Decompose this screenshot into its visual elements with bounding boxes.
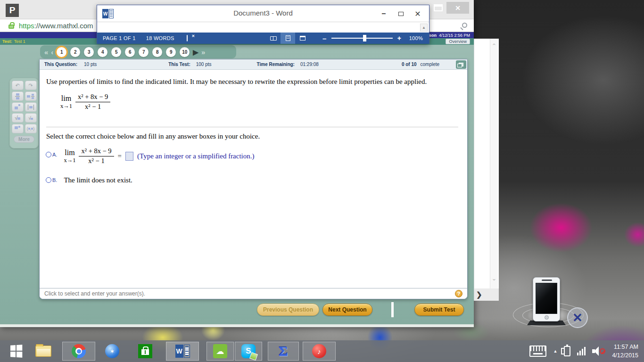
restore-window-icon[interactable] xyxy=(434,4,443,11)
next-question-arrow[interactable]: ▶ xyxy=(193,49,198,56)
choice-a-radio[interactable] xyxy=(46,152,51,157)
windows-store-icon[interactable] xyxy=(134,342,157,361)
word-taskbar-icon[interactable]: W xyxy=(166,342,199,361)
question-circle-1[interactable]: 1 xyxy=(57,47,66,57)
choice-a-hint: (Type an integer or a simplified fractio… xyxy=(137,152,254,160)
word-title-bar[interactable]: W Document3 - Word – ✕ xyxy=(97,5,429,22)
question-circle-9[interactable]: 9 xyxy=(166,47,176,57)
touch-keyboard-icon[interactable] xyxy=(529,346,546,357)
question-circle-10[interactable]: 10 xyxy=(180,47,190,57)
question-circle-2[interactable]: 2 xyxy=(70,47,80,57)
answer-prompt: Click to select and enter your answer(s)… xyxy=(44,290,145,297)
chrome-icon[interactable] xyxy=(62,342,95,361)
minimize-button[interactable]: – xyxy=(375,5,392,22)
progress-label: complete xyxy=(421,62,440,67)
previous-question-arrow[interactable]: ‹ xyxy=(51,49,53,56)
question-circle-7[interactable]: 7 xyxy=(139,47,149,57)
zoom-level[interactable]: 100% xyxy=(409,33,423,44)
question-circle-5[interactable]: 5 xyxy=(111,47,121,57)
word-window: W Document3 - Word – ✕ ▲ PAGE 1 OF 1 18 … xyxy=(97,5,429,44)
exponent-icon[interactable] xyxy=(12,102,24,112)
pearson-tab-icon[interactable]: P xyxy=(6,4,19,17)
last-question-arrow[interactable]: » xyxy=(201,49,205,56)
fraction-icon[interactable] xyxy=(12,91,24,101)
next-question-button[interactable]: Next Question xyxy=(322,304,372,316)
start-button[interactable] xyxy=(4,342,28,361)
question-circle-4[interactable]: 4 xyxy=(98,47,107,57)
browser-window: P https://www.mathxl.com ca Hinson 4/12/… xyxy=(0,0,474,327)
divider xyxy=(46,127,458,127)
phone-widget[interactable] xyxy=(509,273,603,335)
scroll-down-icon[interactable]: ⌄ xyxy=(490,275,498,282)
previous-question-button[interactable]: Previous Question xyxy=(257,304,319,316)
undo-icon[interactable]: ↶ xyxy=(12,81,24,90)
mixed-number-icon[interactable] xyxy=(25,91,37,101)
outer-close-button[interactable]: ✕ xyxy=(446,2,469,14)
question-info-bar: This Question: 10 pts This Test: 100 pts… xyxy=(40,59,467,70)
answer-footer[interactable]: Click to select and enter your answer(s)… xyxy=(40,288,467,299)
square-root-icon[interactable]: √ xyxy=(12,113,24,123)
url-text[interactable]: https://www.mathxl.com xyxy=(19,22,93,30)
battery-icon[interactable] xyxy=(564,346,570,356)
zoom-slider-thumb[interactable] xyxy=(363,35,366,41)
choice-b-radio[interactable] xyxy=(46,177,51,183)
web-layout-icon[interactable] xyxy=(295,33,310,44)
help-icon[interactable]: ? xyxy=(455,290,462,297)
widget-close-button[interactable]: ✕ xyxy=(567,307,588,328)
network-signal-icon[interactable] xyxy=(577,347,586,355)
tray-expand-icon[interactable]: ▲ xyxy=(553,349,557,354)
question-circle-8[interactable]: 8 xyxy=(152,47,162,57)
tray-time: 11:57 AM xyxy=(612,343,638,351)
search-icon[interactable] xyxy=(462,23,467,28)
answer-input-box[interactable] xyxy=(125,152,133,161)
expand-arrow-icon[interactable]: ❯ xyxy=(476,290,482,299)
choice-b-letter: B. xyxy=(52,177,57,183)
windows-logo-icon xyxy=(10,345,22,357)
progress-count: 0 of 10 xyxy=(402,62,417,67)
question-circle-3[interactable]: 3 xyxy=(84,47,94,57)
first-question-arrow[interactable]: « xyxy=(44,49,48,56)
word-document-strip: ▲ xyxy=(97,23,429,33)
phone-icon[interactable] xyxy=(533,277,560,321)
clock[interactable]: 11:57 AM 4/12/2015 xyxy=(612,343,638,360)
nth-root-icon[interactable]: √ xyxy=(25,113,37,123)
word-count[interactable]: 18 WORDS xyxy=(146,35,174,41)
overview-button[interactable]: Overview xyxy=(446,39,470,44)
this-test-label: This Test: xyxy=(168,62,190,67)
maximize-button[interactable] xyxy=(392,5,409,22)
popout-window-icon[interactable] xyxy=(456,60,466,69)
volume-muted-icon[interactable] xyxy=(592,346,604,357)
page-status[interactable]: PAGE 1 OF 1 xyxy=(103,35,136,41)
subscript-icon[interactable] xyxy=(12,124,24,133)
proofing-errors-icon[interactable]: ✕ xyxy=(187,35,194,41)
question-circle-6[interactable]: 6 xyxy=(125,47,135,57)
word-scroll-up-icon[interactable]: ▲ xyxy=(420,24,428,32)
frostwire-icon[interactable]: ✶ xyxy=(100,342,124,361)
zoom-in-icon[interactable]: + xyxy=(397,34,401,42)
word-status-bar: PAGE 1 OF 1 18 WORDS ✕ – + 100% xyxy=(97,33,429,44)
question-text: Use properties of limits to find the ind… xyxy=(46,78,461,86)
print-layout-icon[interactable] xyxy=(281,33,295,44)
zoom-slider[interactable] xyxy=(331,38,393,39)
palette-more-button[interactable]: More xyxy=(14,136,34,143)
time-remaining-label: Time Remaining: xyxy=(257,62,295,67)
select-prompt: Select the correct choice below and fill… xyxy=(46,132,461,140)
close-button[interactable]: ✕ xyxy=(409,5,426,22)
taskbar: ✶ W ☁ S Σ ♪ ▲ 11:57 AM 4/12/2015 xyxy=(0,340,644,362)
submit-test-button[interactable]: Submit Test xyxy=(414,304,464,316)
itunes-icon[interactable]: ♪ xyxy=(303,342,336,361)
mathtype-sigma-icon[interactable]: Σ xyxy=(268,342,299,361)
side-scrollbar[interactable]: ⌃ ⌄ xyxy=(490,39,498,288)
ordered-pair-icon[interactable]: (,) xyxy=(25,124,37,133)
cloud-app-icon[interactable]: ☁ xyxy=(206,342,234,361)
math-palette: ↶ ↷ √ √ (,) More xyxy=(9,78,39,148)
read-mode-icon[interactable] xyxy=(266,33,281,44)
scroll-up-icon[interactable]: ⌃ xyxy=(490,42,498,49)
skype-icon[interactable]: S xyxy=(235,342,262,361)
redo-icon[interactable]: ↷ xyxy=(25,81,37,90)
zoom-out-icon[interactable]: – xyxy=(322,34,327,42)
choice-b-text: The limit does not exist. xyxy=(64,176,132,184)
browser-bottom-edge xyxy=(0,324,474,327)
file-explorer-icon[interactable] xyxy=(32,342,55,361)
absolute-value-icon[interactable] xyxy=(25,102,37,112)
